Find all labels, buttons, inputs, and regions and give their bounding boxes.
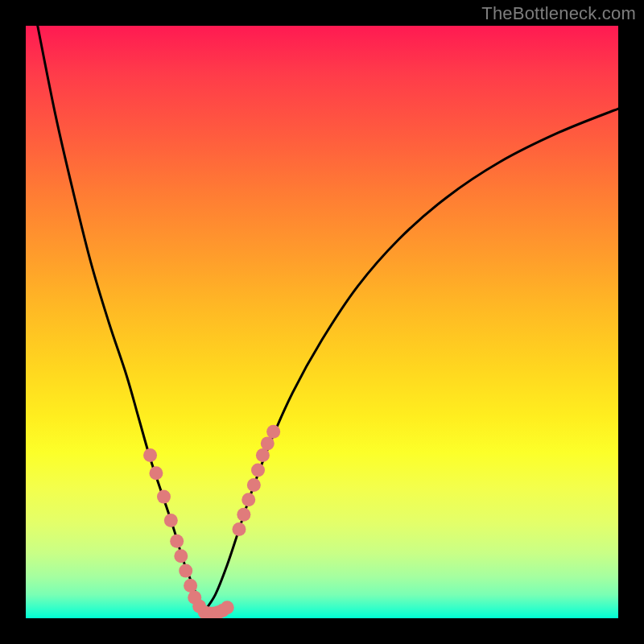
marker-group-left: [143, 448, 234, 618]
marker-dot: [266, 425, 280, 439]
marker-dot: [221, 601, 234, 614]
marker-dot: [149, 466, 163, 480]
marker-dot: [143, 448, 157, 462]
marker-dot: [184, 579, 197, 592]
marker-dot: [157, 490, 171, 504]
curve-right-branch: [204, 109, 618, 613]
marker-group-right: [232, 425, 280, 536]
curve-left-branch: [38, 26, 204, 613]
marker-dot: [256, 448, 270, 462]
chart-stage: TheBottleneck.com: [0, 0, 644, 644]
watermark-text: TheBottleneck.com: [481, 3, 636, 24]
marker-dot: [232, 522, 246, 536]
marker-dot: [251, 464, 265, 477]
marker-dot: [174, 549, 188, 563]
marker-dot: [164, 514, 178, 527]
marker-dot: [179, 564, 192, 578]
plot-area: [26, 26, 618, 618]
curve-layer: [26, 26, 618, 618]
marker-dot: [242, 493, 255, 506]
marker-dot: [237, 508, 250, 522]
marker-dot: [170, 535, 184, 548]
marker-dot: [261, 436, 275, 450]
marker-dot: [247, 478, 261, 492]
